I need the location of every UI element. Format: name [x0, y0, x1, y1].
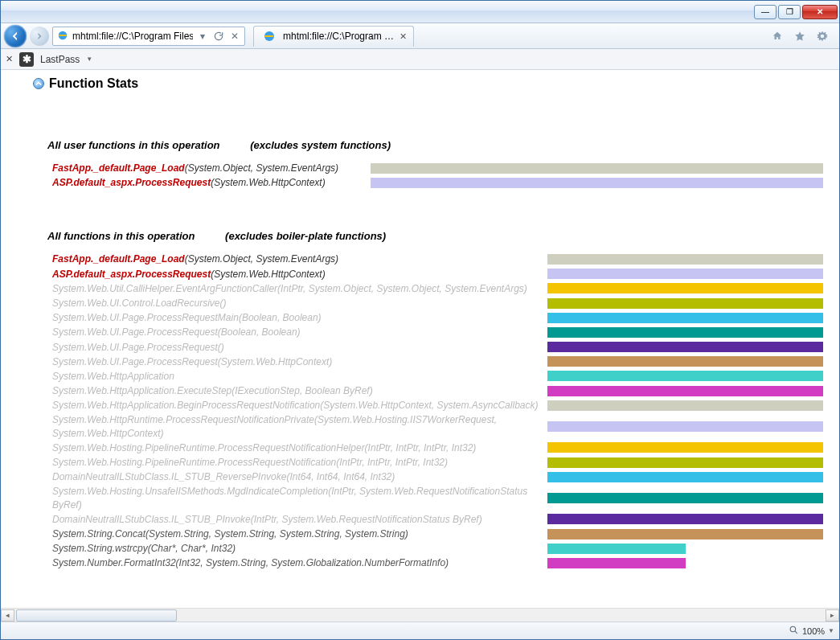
function-bar	[547, 527, 823, 541]
function-name: System.Web.UI.Page.ProcessRequest()	[33, 340, 547, 355]
scroll-track[interactable]	[14, 609, 826, 622]
nav-toolbar: ▾ ✕ mhtml:file://C:\Program Fil... ✕	[1, 23, 839, 49]
function-row: System.Web.HttpApplication.BeginProcessR…	[33, 398, 823, 412]
function-bar	[547, 398, 823, 412]
function-bar	[371, 161, 823, 175]
ext-close-icon[interactable]: ✕	[6, 54, 13, 64]
function-row: FastApp._default.Page_Load(System.Object…	[33, 252, 823, 266]
tab-title: mhtml:file://C:\Program Fil...	[283, 31, 395, 42]
function-row: System.Web.UI.Page.ProcessRequest()	[33, 340, 823, 355]
function-bar	[547, 556, 823, 570]
user-functions-table: FastApp._default.Page_Load(System.Object…	[33, 161, 823, 190]
function-row: System.Web.Hosting.PipelineRuntime.Proce…	[33, 455, 823, 470]
function-row: System.String.wstrcpy(Char*, Char*, Int3…	[33, 541, 823, 556]
function-bar	[547, 470, 823, 484]
function-bar	[547, 512, 823, 527]
function-row: ASP.default_aspx.ProcessRequest(System.W…	[33, 267, 823, 281]
function-row: FastApp._default.Page_Load(System.Object…	[33, 161, 823, 175]
zoom-icon[interactable]	[789, 625, 799, 637]
address-bar[interactable]: ▾ ✕	[52, 27, 245, 46]
tools-icon[interactable]	[816, 30, 829, 43]
user-functions-heading: All user functions in this operation (ex…	[47, 139, 823, 151]
function-bar	[547, 340, 823, 355]
extension-bar: ✕ ✱ LastPass ▼	[1, 49, 839, 70]
ie-icon	[263, 30, 276, 43]
function-name: System.Web.HttpApplication.BeginProcessR…	[33, 398, 547, 412]
scroll-thumb[interactable]	[16, 609, 177, 622]
function-bar	[547, 355, 823, 369]
function-name: ASP.default_aspx.ProcessRequest(System.W…	[33, 175, 371, 190]
function-bar	[547, 384, 823, 398]
function-row: System.String.Concat(System.String, Syst…	[33, 527, 823, 541]
function-name: System.Web.HttpRuntime.ProcessRequestNot…	[33, 412, 547, 440]
dropdown-icon[interactable]: ▾	[197, 30, 208, 43]
lastpass-dropdown-icon[interactable]: ▼	[86, 55, 92, 63]
refresh-icon[interactable]	[213, 30, 224, 43]
function-name: System.Web.Util.CalliHelper.EventArgFunc…	[33, 281, 547, 296]
function-name: System.Web.HttpApplication.ExecuteStep(I…	[33, 384, 547, 398]
function-row: ASP.default_aspx.ProcessRequest(System.W…	[33, 175, 823, 190]
function-row: System.Web.HttpApplication.ExecuteStep(I…	[33, 384, 823, 398]
zoom-dropdown-icon[interactable]: ▼	[828, 627, 834, 634]
function-name: System.Web.UI.Control.LoadRecursive()	[33, 296, 547, 310]
function-row: System.Web.Hosting.PipelineRuntime.Proce…	[33, 441, 823, 455]
function-name: System.Web.UI.Page.ProcessRequest(System…	[33, 355, 547, 369]
function-bar	[547, 412, 823, 440]
function-name: System.Web.Hosting.PipelineRuntime.Proce…	[33, 441, 547, 455]
function-name: System.Web.Hosting.PipelineRuntime.Proce…	[33, 455, 547, 470]
function-bar	[371, 175, 823, 190]
function-row: System.Web.UI.Page.ProcessRequest(Boolea…	[33, 325, 823, 339]
browser-tab[interactable]: mhtml:file://C:\Program Fil... ✕	[253, 26, 414, 47]
function-name: System.Web.UI.Page.ProcessRequestMain(Bo…	[33, 310, 547, 325]
tab-close-icon[interactable]: ✕	[400, 31, 407, 42]
function-bar	[547, 325, 823, 339]
function-row: DomainNeutralILStubClass.IL_STUB_Reverse…	[33, 470, 823, 484]
function-bar	[547, 252, 823, 266]
function-row: System.Web.HttpRuntime.ProcessRequestNot…	[33, 412, 823, 440]
function-name: FastApp._default.Page_Load(System.Object…	[33, 252, 547, 266]
home-icon[interactable]	[771, 30, 784, 43]
function-bar	[547, 369, 823, 384]
back-button[interactable]	[4, 25, 27, 47]
function-bar	[547, 310, 823, 325]
scroll-left-button[interactable]: ◂	[1, 609, 14, 622]
function-row: System.Web.Hosting.UnsafeIISMethods.MgdI…	[33, 484, 823, 511]
function-row: System.Web.UI.Control.LoadRecursive()	[33, 296, 823, 310]
function-name: System.Number.FormatInt32(Int32, System.…	[33, 556, 547, 570]
titlebar: — ❐ ✕	[1, 1, 839, 23]
function-name: System.Web.Hosting.UnsafeIISMethods.MgdI…	[33, 484, 547, 511]
function-row: System.Web.Util.CalliHelper.EventArgFunc…	[33, 281, 823, 296]
function-row: System.Number.FormatInt32(Int32, System.…	[33, 556, 823, 570]
maximize-button[interactable]: ❐	[778, 5, 801, 19]
function-name: System.Web.HttpApplication	[33, 369, 547, 384]
ie-icon	[57, 30, 68, 43]
lastpass-label[interactable]: LastPass	[40, 54, 80, 65]
function-bar	[547, 296, 823, 310]
function-name: System.Web.UI.Page.ProcessRequest(Boolea…	[33, 325, 547, 339]
stop-icon[interactable]: ✕	[229, 30, 240, 43]
address-input[interactable]	[71, 30, 195, 43]
function-row: System.Web.UI.Page.ProcessRequest(System…	[33, 355, 823, 369]
function-bar	[547, 441, 823, 455]
page-content: Function Stats All user functions in thi…	[1, 70, 839, 622]
svg-point-2	[790, 626, 796, 632]
function-bar	[547, 267, 823, 281]
function-bar	[547, 541, 823, 556]
close-window-button[interactable]: ✕	[802, 5, 838, 19]
collapse-icon[interactable]	[33, 78, 44, 89]
all-functions-table: FastApp._default.Page_Load(System.Object…	[33, 252, 823, 570]
function-bar	[547, 484, 823, 511]
minimize-button[interactable]: —	[754, 5, 776, 19]
forward-button[interactable]	[30, 27, 49, 46]
horizontal-scrollbar[interactable]: ◂ ▸	[1, 608, 839, 622]
all-functions-heading: All functions in this operation (exclude…	[47, 230, 823, 242]
function-name: FastApp._default.Page_Load(System.Object…	[33, 161, 371, 175]
content-scroll[interactable]: Function Stats All user functions in thi…	[1, 70, 839, 608]
scroll-right-button[interactable]: ▸	[826, 609, 839, 622]
browser-window: — ❐ ✕ ▾ ✕ mhtml:file://C:\Program Fil	[0, 0, 840, 640]
lastpass-icon[interactable]: ✱	[19, 52, 34, 67]
favorites-icon[interactable]	[793, 30, 806, 43]
function-name: System.String.wstrcpy(Char*, Char*, Int3…	[33, 541, 547, 556]
function-bar	[547, 455, 823, 470]
function-name: ASP.default_aspx.ProcessRequest(System.W…	[33, 267, 547, 281]
